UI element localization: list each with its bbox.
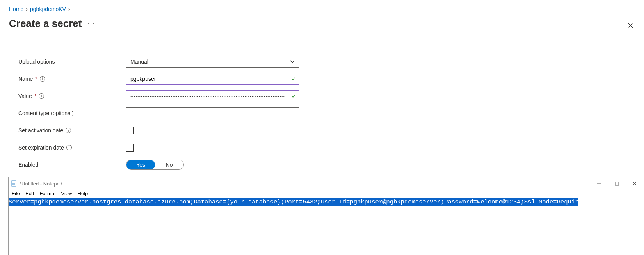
close-icon[interactable] — [627, 21, 633, 30]
content-type-input[interactable] — [126, 107, 299, 119]
menu-edit[interactable]: Edit — [25, 191, 34, 196]
menu-help[interactable]: Help — [78, 191, 88, 196]
menu-format[interactable]: Format — [39, 191, 55, 196]
value-input[interactable]: ••••••••••••••••••••••••••••••••••••••••… — [126, 90, 299, 102]
svg-rect-5 — [615, 182, 619, 185]
menu-view[interactable]: View — [61, 191, 72, 196]
page-title: Create a secret — [9, 18, 82, 30]
maximize-button[interactable] — [608, 177, 626, 190]
content-type-label: Content type (optional) — [18, 110, 126, 116]
notepad-icon — [11, 180, 17, 187]
enabled-label: Enabled — [18, 162, 126, 168]
info-icon[interactable]: i — [40, 76, 45, 82]
menu-file[interactable]: File — [12, 191, 20, 196]
close-button[interactable] — [626, 177, 644, 190]
upload-options-select[interactable]: Manual — [126, 56, 299, 68]
notepad-text-area[interactable]: Server=pgbkpdemoserver.postgres.database… — [9, 198, 644, 206]
upload-options-value: Manual — [130, 59, 148, 65]
expiration-date-label: Set expiration date — [18, 144, 64, 151]
value-label: Value — [18, 93, 32, 99]
notepad-title: *Untitled - Notepad — [20, 181, 62, 187]
breadcrumb-keyvault[interactable]: pgbkpdemoKV — [30, 6, 66, 12]
required-indicator: * — [35, 76, 37, 82]
breadcrumb-home[interactable]: Home — [9, 6, 23, 12]
form: Upload options Manual Name * i ✓ — [18, 53, 635, 173]
enabled-toggle[interactable]: Yes No — [126, 160, 184, 170]
check-icon: ✓ — [292, 76, 296, 82]
name-input[interactable] — [126, 73, 299, 85]
value-masked: ••••••••••••••••••••••••••••••••••••••••… — [130, 94, 285, 98]
check-icon: ✓ — [292, 93, 296, 99]
svg-rect-0 — [12, 181, 16, 186]
info-icon[interactable]: i — [66, 145, 72, 150]
chevron-right-icon: › — [26, 6, 28, 12]
upload-options-label: Upload options — [18, 59, 126, 65]
activation-date-checkbox[interactable] — [126, 127, 134, 134]
notepad-menu: File Edit Format View Help — [9, 190, 644, 198]
expiration-date-checkbox[interactable] — [126, 144, 134, 152]
name-label: Name — [18, 76, 33, 82]
notepad-window: *Untitled - Notepad File Edit Format Vie… — [8, 177, 644, 255]
notepad-titlebar[interactable]: *Untitled - Notepad — [9, 177, 644, 190]
more-actions-button[interactable]: ··· — [87, 20, 95, 28]
notepad-content: Server=pgbkpdemoserver.postgres.database… — [9, 198, 578, 206]
minimize-button[interactable] — [590, 177, 608, 190]
chevron-right-icon: › — [68, 6, 70, 12]
breadcrumb: Home › pgbkpdemoKV › — [9, 6, 635, 12]
enabled-yes-option[interactable]: Yes — [126, 160, 155, 169]
chevron-down-icon — [290, 59, 295, 64]
info-icon[interactable]: i — [39, 93, 44, 99]
enabled-no-option[interactable]: No — [155, 160, 183, 169]
required-indicator: * — [34, 93, 36, 99]
info-icon[interactable]: i — [66, 128, 71, 133]
activation-date-label: Set activation date — [18, 127, 63, 134]
